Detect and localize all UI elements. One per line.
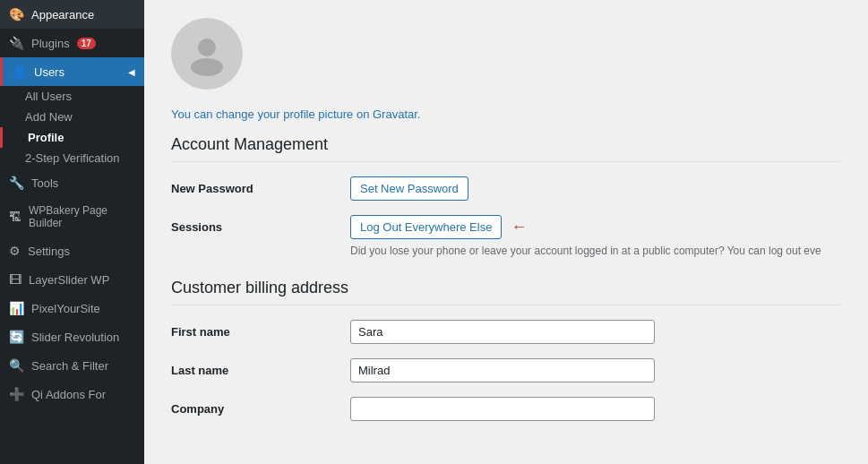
new-password-field: Set New Password <box>350 176 841 201</box>
tools-icon: 🔧 <box>9 176 24 190</box>
first-name-field <box>350 320 841 344</box>
sidebar-item-qi-addons[interactable]: ➕ Qi Addons For <box>0 380 144 408</box>
sidebar-item-wpbakery[interactable]: 🏗 WPBakery Page Builder <box>0 197 144 236</box>
sidebar-item-label: Search & Filter <box>31 359 108 373</box>
svg-point-1 <box>191 58 223 76</box>
last-name-field <box>350 358 841 382</box>
log-out-everywhere-button[interactable]: Log Out Everywhere Else <box>350 215 502 239</box>
sidebar-item-label: Tools <box>31 176 58 190</box>
sidebar-item-slider-revolution[interactable]: 🔄 Slider Revolution <box>0 322 144 351</box>
slider-revolution-icon: 🔄 <box>9 330 24 344</box>
account-management-title: Account Management <box>171 135 841 162</box>
account-management-section: Account Management New Password Set New … <box>171 135 841 257</box>
sidebar-item-users[interactable]: 👤 Users ◀ <box>0 57 144 86</box>
sidebar-item-search-filter[interactable]: 🔍 Search & Filter <box>0 351 144 380</box>
layerslider-icon: 🎞 <box>9 272 21 287</box>
sidebar-item-profile[interactable]: Profile <box>0 127 144 148</box>
sidebar-item-2step[interactable]: 2-Step Verification <box>0 148 144 168</box>
wpbakery-icon: 🏗 <box>9 210 21 224</box>
last-name-input[interactable] <box>350 358 655 382</box>
avatar <box>171 18 243 90</box>
sidebar-item-label: WPBakery Page Builder <box>29 204 135 229</box>
arrow-indicator: ← <box>511 218 527 236</box>
plugins-badge: 17 <box>77 38 96 49</box>
new-password-row: New Password Set New Password <box>171 176 841 201</box>
sidebar-item-label: Qi Addons For <box>31 388 106 401</box>
sidebar-item-appearance[interactable]: 🎨 Appearance <box>0 0 144 29</box>
sidebar-item-label: Users <box>34 65 64 79</box>
sidebar: 🎨 Appearance 🔌 Plugins 17 👤 Users ◀ All … <box>0 0 144 464</box>
sidebar-item-label: Settings <box>28 245 70 258</box>
sessions-description: Did you lose your phone or leave your ac… <box>350 245 841 257</box>
sidebar-item-all-users[interactable]: All Users <box>0 86 144 107</box>
settings-icon: ⚙ <box>9 244 21 258</box>
company-field <box>350 397 841 421</box>
users-icon: 👤 <box>12 64 27 79</box>
pixelyoursite-icon: 📊 <box>9 301 24 315</box>
company-label: Company <box>171 397 332 416</box>
customer-billing-title: Customer billing address <box>171 279 841 305</box>
new-password-label: New Password <box>171 176 332 195</box>
users-arrow: ◀ <box>128 67 135 77</box>
set-new-password-button[interactable]: Set New Password <box>350 176 468 201</box>
sessions-row: Sessions Log Out Everywhere Else ← Did y… <box>171 215 841 257</box>
first-name-input[interactable] <box>350 320 655 344</box>
avatar-placeholder-icon <box>185 31 229 76</box>
first-name-label: First name <box>171 320 332 339</box>
appearance-icon: 🎨 <box>9 7 24 21</box>
sidebar-item-label: Plugins <box>31 37 70 50</box>
main-content: You can change your profile picture on G… <box>144 0 868 464</box>
sidebar-item-tools[interactable]: 🔧 Tools <box>0 168 144 197</box>
qi-addons-icon: ➕ <box>9 387 24 401</box>
sessions-btn-wrap: Log Out Everywhere Else ← <box>350 215 841 239</box>
avatar-section <box>171 18 841 90</box>
sidebar-item-plugins[interactable]: 🔌 Plugins 17 <box>0 29 144 57</box>
plugins-icon: 🔌 <box>9 36 24 50</box>
company-input[interactable] <box>350 397 655 421</box>
sidebar-item-label: LayerSlider WP <box>29 273 109 287</box>
sidebar-item-label: Slider Revolution <box>31 331 119 344</box>
sidebar-item-label: Appearance <box>31 8 94 21</box>
sidebar-item-label: PixelYourSite <box>31 302 100 315</box>
sessions-label: Sessions <box>171 215 332 234</box>
gravatar-link[interactable]: You can change your profile picture on G… <box>171 107 420 121</box>
sidebar-item-layerslider[interactable]: 🎞 LayerSlider WP <box>0 265 144 294</box>
company-row: Company <box>171 397 841 421</box>
sessions-field: Log Out Everywhere Else ← Did you lose y… <box>350 215 841 257</box>
last-name-label: Last name <box>171 358 332 377</box>
customer-billing-section: Customer billing address First name Last… <box>171 279 841 421</box>
first-name-row: First name <box>171 320 841 344</box>
sidebar-item-settings[interactable]: ⚙ Settings <box>0 236 144 265</box>
sidebar-item-add-new[interactable]: Add New <box>0 107 144 127</box>
last-name-row: Last name <box>171 358 841 382</box>
search-filter-icon: 🔍 <box>9 358 24 373</box>
sidebar-item-pixelyoursite[interactable]: 📊 PixelYourSite <box>0 294 144 322</box>
svg-point-0 <box>198 39 216 56</box>
